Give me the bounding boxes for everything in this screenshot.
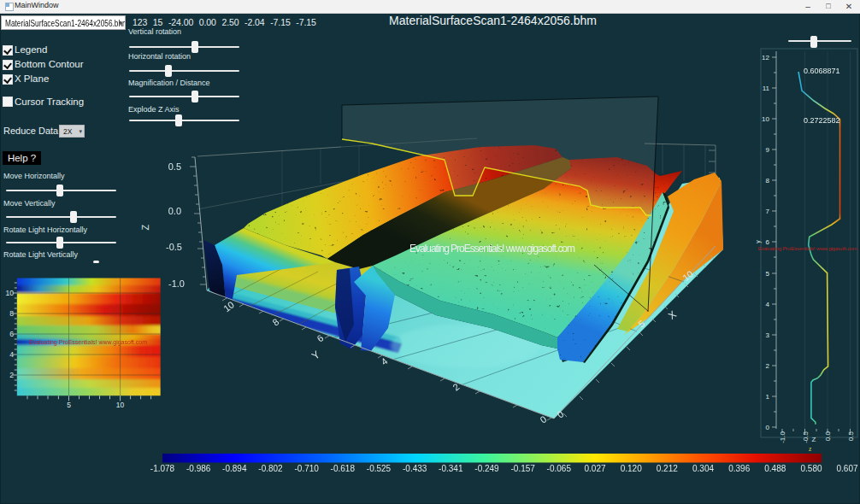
svg-text:0.6068871: 0.6068871 [804,67,840,75]
svg-text:0.580: 0.580 [800,464,822,473]
svg-text:-0.433: -0.433 [403,464,427,473]
svg-text:Y: Y [309,349,322,362]
svg-text:7: 7 [766,208,770,215]
svg-text:4: 4 [9,350,14,359]
svg-text:z: z [809,446,812,452]
svg-text:0.5: 0.5 [847,431,855,441]
svg-text:-1.078: -1.078 [150,464,175,473]
svg-text:-0.986: -0.986 [186,464,211,473]
svg-text:1: 1 [766,393,770,401]
svg-text:5: 5 [67,401,71,409]
svg-text:Evaluating ProEssentials! www.: Evaluating ProEssentials! www.gigasoft.c… [29,339,147,346]
svg-text:10: 10 [6,289,15,297]
svg-text:Evaluating ProEssentials! www.: Evaluating ProEssentials! www.gigasoft.c… [758,245,857,251]
svg-text:0.2722582: 0.2722582 [804,116,840,125]
svg-text:Z: Z [140,224,150,230]
svg-text:X: X [666,308,679,322]
svg-text:0.488: 0.488 [764,464,786,473]
svg-text:Evaluating ProEssentials! www.: Evaluating ProEssentials! www.gigasoft.c… [409,243,575,255]
svg-text:6: 6 [315,332,325,343]
svg-text:-0.802: -0.802 [258,464,283,473]
svg-text:12: 12 [762,54,769,62]
svg-text:y: y [755,240,762,243]
svg-text:-0.525: -0.525 [367,464,392,473]
svg-text:8: 8 [270,316,280,327]
svg-text:-0.5: -0.5 [802,431,810,442]
svg-text:-0.710: -0.710 [295,464,320,473]
svg-text:-1.0: -1.0 [779,431,786,442]
svg-text:0.304: 0.304 [692,464,714,473]
svg-text:3: 3 [766,331,770,339]
svg-text:6: 6 [9,330,14,338]
svg-text:8: 8 [9,309,14,318]
svg-text:-1.0: -1.0 [168,278,185,289]
svg-text:0.027: 0.027 [584,464,605,473]
svg-text:0.607: 0.607 [836,464,857,473]
svg-text:-0.341: -0.341 [439,464,463,473]
svg-text:0.120: 0.120 [621,464,642,473]
svg-text:2: 2 [9,371,14,379]
svg-text:10: 10 [221,299,236,314]
svg-text:11: 11 [763,85,770,92]
svg-text:8: 8 [766,177,770,185]
svg-text:-0.894: -0.894 [222,464,247,473]
svg-text:-0.5: -0.5 [166,242,182,252]
svg-text:0.5: 0.5 [168,161,181,172]
svg-text:0.212: 0.212 [657,464,678,473]
svg-text:-0.618: -0.618 [331,464,356,473]
svg-text:2: 2 [766,362,770,370]
svg-text:-0.157: -0.157 [511,464,536,473]
svg-text:10: 10 [116,401,125,409]
svg-text:0.0: 0.0 [824,431,832,441]
svg-text:9: 9 [766,146,770,154]
svg-text:10: 10 [762,115,769,123]
svg-text:5: 5 [766,270,770,278]
svg-text:-0.249: -0.249 [474,464,499,473]
svg-text:0.0: 0.0 [168,206,181,216]
svg-text:4: 4 [766,301,770,308]
svg-text:0: 0 [766,424,770,431]
svg-text:-0.065: -0.065 [547,464,572,473]
svg-text:0.396: 0.396 [728,464,750,473]
svg-text:Z: Z [812,436,816,443]
